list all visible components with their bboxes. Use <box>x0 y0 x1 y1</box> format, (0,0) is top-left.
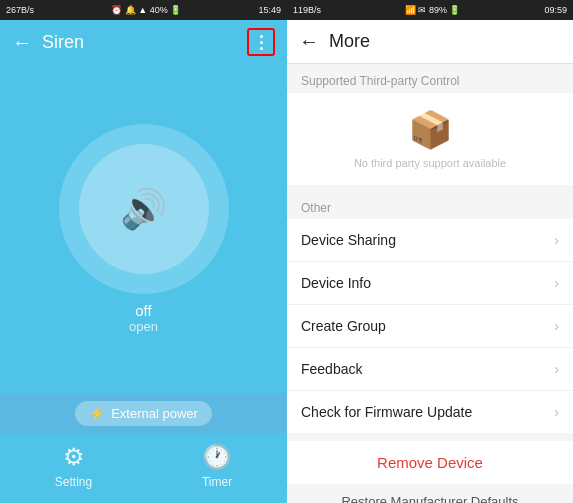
remove-device-label: Remove Device <box>377 454 483 471</box>
more-menu-button[interactable] <box>247 28 275 56</box>
third-party-icon: 📦 <box>408 109 453 151</box>
menu-item-device-info[interactable]: Device Info › <box>287 262 573 305</box>
left-status-time: 15:49 <box>258 5 281 15</box>
left-panel: 267B/s ⏰ 🔔 ▲ 40% 🔋 15:49 ← Siren 🔊 off o… <box>0 0 287 503</box>
right-status-left: 119B/s <box>293 5 321 15</box>
create-group-label: Create Group <box>301 318 386 334</box>
menu-item-device-sharing[interactable]: Device Sharing › <box>287 219 573 262</box>
power-icon: ⚡ <box>89 406 105 421</box>
right-status-time: 09:59 <box>544 5 567 15</box>
top-bar-right: ← More <box>287 20 573 64</box>
timer-icon: 🕐 <box>202 443 232 471</box>
no-support-text: No third party support available <box>354 157 506 169</box>
three-dots-icon <box>260 35 263 50</box>
external-power-strip: ⚡ External power <box>0 393 287 433</box>
restore-defaults-section[interactable]: Restore Manufacturer Defaults <box>287 484 573 503</box>
back-button[interactable]: ← <box>12 31 32 54</box>
status-bar-left: 267B/s ⏰ 🔔 ▲ 40% 🔋 15:49 <box>0 0 287 20</box>
siren-status-text: off open <box>129 302 158 334</box>
menu-list: Device Sharing › Device Info › Create Gr… <box>287 219 573 433</box>
chevron-icon-1: › <box>554 275 559 291</box>
siren-circle-outer[interactable]: 🔊 <box>59 124 229 294</box>
remove-device-section[interactable]: Remove Device <box>287 441 573 484</box>
external-power-button[interactable]: ⚡ External power <box>75 401 212 426</box>
supported-control-header: Supported Third-party Control <box>287 64 573 93</box>
siren-circle-inner: 🔊 <box>79 144 209 274</box>
menu-item-create-group[interactable]: Create Group › <box>287 305 573 348</box>
right-title: More <box>329 31 370 52</box>
chevron-icon-3: › <box>554 361 559 377</box>
device-info-label: Device Info <box>301 275 371 291</box>
left-status-left: 267B/s <box>6 5 34 15</box>
status-bar-right: 119B/s 📶 ✉ 89% 🔋 09:59 <box>287 0 573 20</box>
third-party-section: 📦 No third party support available <box>287 93 573 185</box>
right-back-button[interactable]: ← <box>299 30 319 53</box>
feedback-label: Feedback <box>301 361 362 377</box>
setting-icon: ⚙ <box>63 443 85 471</box>
siren-display-area: 🔊 off open <box>0 64 287 393</box>
nav-setting[interactable]: ⚙ Setting <box>55 443 92 489</box>
menu-item-feedback[interactable]: Feedback › <box>287 348 573 391</box>
left-title: Siren <box>42 32 247 53</box>
restore-defaults-label: Restore Manufacturer Defaults <box>341 494 518 503</box>
chevron-icon-4: › <box>554 404 559 420</box>
chevron-icon-2: › <box>554 318 559 334</box>
right-panel: 119B/s 📶 ✉ 89% 🔋 09:59 ← More Supported … <box>287 0 573 503</box>
other-section-header: Other <box>287 193 573 219</box>
chevron-icon-0: › <box>554 232 559 248</box>
siren-sub-state: open <box>129 319 158 334</box>
menu-item-firmware-update[interactable]: Check for Firmware Update › <box>287 391 573 433</box>
top-bar-left: ← Siren <box>0 20 287 64</box>
timer-label: Timer <box>202 475 232 489</box>
external-power-label: External power <box>111 406 198 421</box>
siren-state: off <box>129 302 158 319</box>
siren-wave-icon: 🔊 <box>120 187 167 231</box>
setting-label: Setting <box>55 475 92 489</box>
nav-timer[interactable]: 🕐 Timer <box>202 443 232 489</box>
left-status-icons: ⏰ 🔔 ▲ 40% 🔋 <box>111 5 181 15</box>
bottom-nav: ⚙ Setting 🕐 Timer <box>0 433 287 503</box>
firmware-update-label: Check for Firmware Update <box>301 404 472 420</box>
device-sharing-label: Device Sharing <box>301 232 396 248</box>
right-status-icons: 📶 ✉ 89% 🔋 <box>405 5 461 15</box>
